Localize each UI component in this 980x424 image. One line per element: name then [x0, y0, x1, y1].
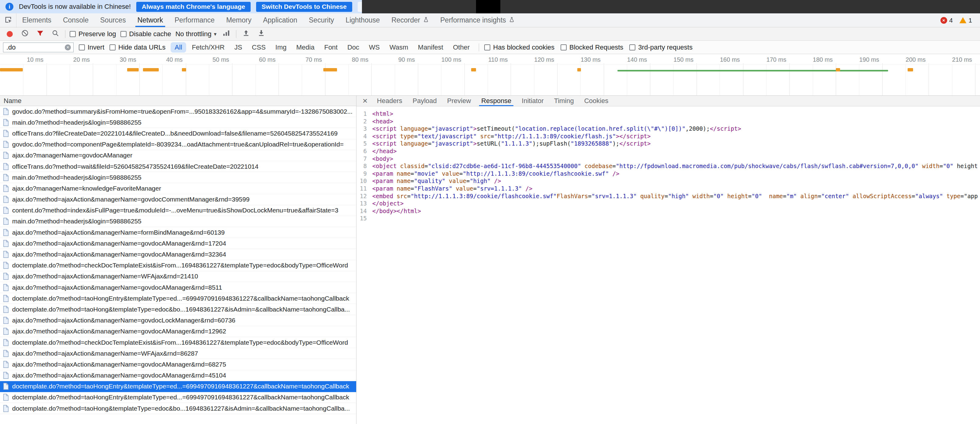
- request-row[interactable]: doctemplate.do?method=checkDocTemplateEx…: [0, 260, 356, 271]
- request-row[interactable]: ajax.do?managerName=knowledgeFavoriteMan…: [0, 183, 356, 194]
- preserve-log-checkbox[interactable]: Preserve log: [70, 30, 116, 38]
- toolbar-divider: [236, 30, 236, 38]
- console-warning-badge[interactable]: 1: [959, 17, 972, 24]
- inspect-element-button[interactable]: [0, 13, 16, 27]
- main-tab[interactable]: Lighthouse: [340, 13, 386, 27]
- detail-tab[interactable]: Response: [476, 96, 517, 106]
- request-type-filter[interactable]: CSS: [248, 42, 269, 52]
- request-row[interactable]: ajax.do?method=ajaxAction&managerName=WF…: [0, 348, 356, 359]
- search-button[interactable]: [50, 29, 61, 40]
- main-tab[interactable]: Recorder: [386, 13, 434, 27]
- disable-cache-checkbox[interactable]: Disable cache: [121, 30, 171, 38]
- request-type-filter[interactable]: All: [171, 42, 186, 52]
- main-tab[interactable]: Network: [132, 13, 169, 27]
- request-row[interactable]: ajax.do?method=ajaxAction&managerName=WF…: [0, 271, 356, 282]
- detail-tab[interactable]: Payload: [407, 96, 442, 106]
- import-har-button[interactable]: [240, 29, 251, 40]
- close-icon[interactable]: ×: [358, 96, 372, 106]
- detail-tab[interactable]: Timing: [549, 96, 579, 106]
- network-conditions-button[interactable]: [221, 29, 232, 40]
- download-icon: [257, 29, 265, 39]
- filter-toggle-button[interactable]: [35, 29, 46, 40]
- filter-checkbox[interactable]: 3rd-party requests: [629, 43, 692, 51]
- timeline-gridline: [511, 63, 511, 95]
- timeline-gridline: [395, 64, 395, 95]
- document-icon: [3, 119, 9, 126]
- record-button[interactable]: [4, 29, 15, 40]
- request-type-filter[interactable]: Fetch/XHR: [188, 42, 229, 52]
- detail-tab[interactable]: Cookies: [579, 96, 614, 106]
- request-row[interactable]: officeTrans.do?method=wait&fileId=526045…: [0, 161, 356, 172]
- main-tab[interactable]: Console: [57, 13, 94, 27]
- request-row[interactable]: main.do?method=headerjs&login=598886255: [0, 216, 356, 227]
- timeline-gridline: [766, 64, 767, 95]
- request-row[interactable]: ajax.do?method=ajaxAction&managerName=go…: [0, 238, 356, 249]
- request-type-filter[interactable]: Manifest: [414, 42, 447, 52]
- request-row[interactable]: ajax.do?method=ajaxAction&managerName=go…: [0, 326, 356, 337]
- request-row[interactable]: ajax.do?managerName=govdocAManager: [0, 150, 356, 161]
- request-type-filter[interactable]: Img: [271, 42, 291, 52]
- main-tab[interactable]: Memory: [221, 13, 257, 27]
- name-column-header[interactable]: Name: [0, 96, 356, 106]
- filter-checkbox[interactable]: Blocked Requests: [560, 43, 623, 51]
- main-tab[interactable]: Elements: [16, 13, 57, 27]
- detail-tab[interactable]: Initiator: [517, 96, 549, 106]
- clear-filter-icon[interactable]: ×: [65, 44, 71, 51]
- main-tab[interactable]: Performance insights: [434, 13, 520, 27]
- main-tab[interactable]: Application: [257, 13, 303, 27]
- request-row[interactable]: govdoc.do?method=summary&isFromHome=true…: [0, 106, 356, 117]
- network-overview-timeline[interactable]: 10 ms20 ms30 ms40 ms50 ms60 ms70 ms80 ms…: [0, 54, 980, 96]
- response-body-view: 1<html>2<head>3<script language="javascr…: [356, 106, 980, 424]
- throttling-dropdown[interactable]: No throttling ▾: [175, 30, 216, 38]
- request-name: officeTrans.do?fileCreateDate=20221014&f…: [12, 130, 337, 137]
- main-tab[interactable]: Performance: [169, 13, 221, 27]
- request-type-filter[interactable]: Wasm: [386, 42, 412, 52]
- request-type-filter[interactable]: JS: [230, 42, 246, 52]
- request-row[interactable]: doctemplate.do?method=checkDocTemplateEx…: [0, 337, 356, 348]
- request-row[interactable]: doctemplate.do?method=taoHongEntry&templ…: [0, 392, 356, 403]
- request-row[interactable]: ajax.do?method=ajaxAction&managerName=go…: [0, 282, 356, 293]
- invert-checkbox[interactable]: Invert: [79, 43, 104, 51]
- console-error-badge[interactable]: × 4: [940, 17, 953, 24]
- filter-input[interactable]: .do ×: [3, 43, 73, 52]
- request-row[interactable]: officeTrans.do?fileCreateDate=20221014&f…: [0, 128, 356, 139]
- request-row[interactable]: ajax.do?method=ajaxAction&managerName=go…: [0, 249, 356, 260]
- request-row[interactable]: doctemplate.do?method=taoHong&templateTy…: [0, 403, 356, 414]
- request-row[interactable]: ajax.do?method=ajaxAction&managerName=go…: [0, 359, 356, 370]
- request-row[interactable]: main.do?method=headerjs&login=598886255: [0, 172, 356, 183]
- detail-tab[interactable]: Preview: [442, 96, 476, 106]
- match-chrome-language-button[interactable]: Always match Chrome's language: [136, 2, 251, 12]
- request-row[interactable]: doctemplate.do?method=taoHongEntry&templ…: [0, 293, 356, 304]
- request-row[interactable]: content.do?method=index&isFullPage=true&…: [0, 205, 356, 216]
- request-row[interactable]: ajax.do?method=ajaxAction&managerName=go…: [0, 315, 356, 326]
- main-tab[interactable]: Sources: [94, 13, 131, 27]
- code-line: 2<head>: [356, 118, 980, 125]
- document-icon: [3, 240, 9, 247]
- request-row[interactable]: doctemplate.do?method=taoHong&templateTy…: [0, 304, 356, 315]
- request-row[interactable]: ajax.do?method=ajaxAction&managerName=fo…: [0, 227, 356, 238]
- switch-devtools-chinese-button[interactable]: Switch DevTools to Chinese: [256, 2, 352, 12]
- request-row[interactable]: doctemplate.do?method=taoHongEntry&templ…: [0, 381, 356, 392]
- request-row[interactable]: ajax.do?method=ajaxAction&managerName=go…: [0, 370, 356, 381]
- request-row[interactable]: main.do?method=headerjs&login=598886255: [0, 117, 356, 128]
- main-tab-label: Sources: [100, 16, 126, 24]
- detail-tab[interactable]: Headers: [372, 96, 407, 106]
- main-tab[interactable]: Security: [303, 13, 340, 27]
- request-type-filter[interactable]: WS: [365, 42, 383, 52]
- requests-list: govdoc.do?method=summary&isFromHome=true…: [0, 106, 356, 424]
- error-icon: ×: [940, 17, 947, 24]
- filter-checkbox[interactable]: Has blocked cookies: [484, 43, 554, 51]
- request-type-filter[interactable]: Media: [292, 42, 318, 52]
- timeline-gridline: [882, 63, 883, 95]
- timeline-gridline: [232, 63, 232, 95]
- timeline-gridline: [952, 64, 952, 95]
- main-tab-label: Console: [63, 16, 89, 24]
- request-row[interactable]: ajax.do?method=ajaxAction&managerName=go…: [0, 194, 356, 205]
- request-type-filter[interactable]: Doc: [344, 42, 363, 52]
- clear-button[interactable]: [19, 29, 30, 40]
- request-row[interactable]: govdoc.do?method=componentPage&templateI…: [0, 139, 356, 150]
- export-har-button[interactable]: [256, 29, 267, 40]
- hide-data-urls-checkbox[interactable]: Hide data URLs: [110, 43, 165, 51]
- request-type-filter[interactable]: Font: [320, 42, 342, 52]
- request-type-filter[interactable]: Other: [449, 42, 474, 52]
